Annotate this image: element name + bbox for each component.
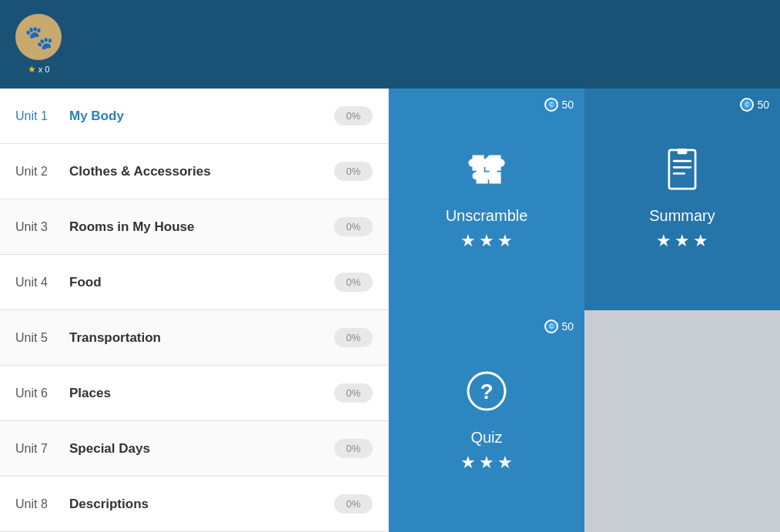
main-layout: Unit 1 My Body 0% Unit 2 Clothes & Acces… — [0, 89, 780, 532]
unit-name: Descriptions — [69, 497, 334, 512]
coin-count: 50 — [561, 320, 574, 333]
star-icon: ★ — [28, 64, 36, 75]
star-icon: ★ — [656, 231, 671, 251]
unit-progress: 0% — [334, 162, 373, 181]
unit-number: Unit 6 — [15, 386, 69, 400]
avatar: 🐾 — [15, 14, 62, 60]
star-icon: ★ — [479, 231, 494, 251]
activity-card-summary[interactable]: © 50 Summary ★★★ — [584, 89, 780, 310]
unit-progress: 0% — [334, 217, 373, 236]
activity-stars: ★★★ — [656, 231, 708, 251]
star-icon: ★ — [675, 231, 690, 251]
stars-row: ★ x 0 — [28, 64, 50, 75]
unit-number: Unit 1 — [15, 109, 69, 123]
unit-name: Food — [69, 275, 334, 290]
quiz-icon: ? — [466, 370, 507, 421]
document-icon — [663, 149, 701, 199]
unit-number: Unit 5 — [15, 331, 69, 345]
unit-progress: 0% — [334, 106, 373, 125]
unit-item-5[interactable]: Unit 5 Transportation 0% — [0, 310, 388, 366]
unit-number: Unit 2 — [15, 165, 69, 179]
unit-item-4[interactable]: Unit 4 Food 0% — [0, 255, 388, 310]
unit-number: Unit 4 — [15, 276, 69, 289]
activity-name: Unscramble — [446, 207, 528, 225]
activity-name: Quiz — [470, 429, 502, 447]
user-profile[interactable]: 🐾 ★ x 0 — [15, 14, 62, 75]
unit-item-2[interactable]: Unit 2 Clothes & Accessories 0% — [0, 144, 388, 199]
activity-coins: © 50 — [544, 320, 574, 333]
coin-count: 50 — [561, 99, 574, 111]
unit-name: Rooms in My House — [69, 219, 334, 235]
header: 🐾 ★ x 0 — [0, 0, 780, 89]
coin-icon: © — [740, 98, 754, 112]
activity-stars: ★★★ — [460, 231, 513, 251]
unit-item-8[interactable]: Unit 8 Descriptions 0% — [0, 477, 388, 532]
unit-item-7[interactable]: Unit 7 Special Days 0% — [0, 421, 388, 477]
star-icon: ★ — [460, 453, 476, 473]
activity-stars: ★★★ — [460, 453, 513, 473]
coin-icon: © — [544, 98, 558, 112]
unit-name: Special Days — [69, 441, 334, 457]
star-count: x 0 — [38, 65, 50, 74]
svg-text:?: ? — [480, 380, 493, 403]
star-icon: ★ — [497, 453, 513, 473]
svg-rect-0 — [669, 149, 695, 188]
unit-item-3[interactable]: Unit 3 Rooms in My House 0% — [0, 199, 388, 255]
unit-progress: 0% — [334, 273, 373, 292]
unit-number: Unit 7 — [15, 442, 69, 456]
svg-rect-4 — [678, 149, 688, 154]
coin-icon: © — [544, 320, 558, 333]
unit-list: Unit 1 My Body 0% Unit 2 Clothes & Acces… — [0, 89, 389, 532]
activity-card-quiz[interactable]: © 50 ? Quiz ★★★ — [389, 310, 584, 532]
unit-progress: 0% — [334, 494, 373, 514]
unit-item-1[interactable]: Unit 1 My Body 0% — [0, 89, 388, 144]
star-icon: ★ — [497, 231, 513, 251]
unit-progress: 0% — [334, 383, 373, 403]
unit-name: Clothes & Accessories — [69, 164, 334, 179]
unit-item-6[interactable]: Unit 6 Places 0% — [0, 366, 388, 421]
coin-count: 50 — [757, 99, 769, 111]
unit-name: Places — [69, 386, 334, 401]
unit-progress: 0% — [334, 439, 373, 458]
star-icon: ★ — [460, 231, 476, 251]
puzzle-icon — [466, 149, 507, 199]
unit-progress: 0% — [334, 328, 373, 347]
star-icon: ★ — [479, 453, 494, 473]
activity-card-unscramble[interactable]: © 50 Unscramble ★★★ — [389, 89, 584, 310]
star-icon: ★ — [693, 231, 708, 251]
activity-grid: © 50 Unscramble ★★★ © 50 Summary ★★★ © 5… — [389, 89, 780, 532]
activity-name: Summary — [649, 207, 715, 225]
activity-coins: © 50 — [544, 98, 574, 112]
activity-card-empty — [584, 310, 780, 532]
unit-number: Unit 8 — [15, 497, 69, 511]
activity-coins: © 50 — [740, 98, 769, 112]
unit-number: Unit 3 — [15, 220, 69, 234]
unit-name: My Body — [69, 109, 334, 124]
unit-name: Transportation — [69, 330, 334, 346]
